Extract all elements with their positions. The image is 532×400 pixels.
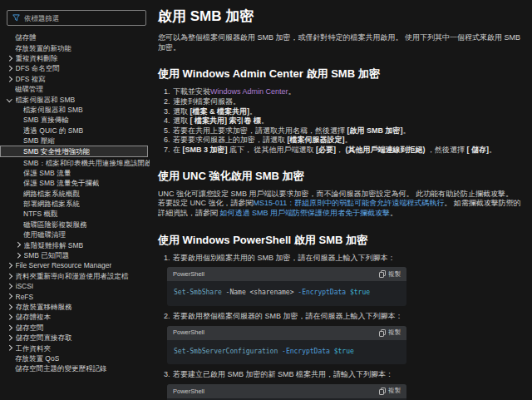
sidebar-item-label: 透過 QUIC 的 SMB bbox=[23, 126, 83, 135]
sidebar-item-label: iSCSI bbox=[16, 282, 34, 290]
sidebar-item[interactable]: 磁碟管理 bbox=[0, 84, 151, 94]
inline-link[interactable]: 如何透過 SMB 用戶端防禦保護使用者免于攔截攻擊 bbox=[220, 209, 391, 217]
sidebar-item[interactable]: iSCSI bbox=[0, 281, 151, 291]
docs-page: 儲存體存放裝置的新功能重複資料刪除DFS 命名空間DFS 複寫磁碟管理檔案伺服器… bbox=[0, 0, 532, 400]
sidebar-item-label: 檔案伺服器和 SMB bbox=[16, 96, 76, 104]
text-segment: 。 bbox=[345, 136, 352, 144]
list-item: 在 [SMB 3 加密] 底下， 從其他用戶端選取 [必要]， (其他用戶端連線… bbox=[172, 146, 522, 155]
powershell-steps: 若要啟用個別檔案共用的 SMB 加密，請在伺服器上輸入下列腳本： PowerSh… bbox=[158, 254, 522, 400]
sidebar-item-label: File Server Resource Manager bbox=[16, 261, 112, 269]
text-segment: 選取 bbox=[173, 116, 190, 125]
sidebar-item-label: 部署網路檔案系統 bbox=[23, 200, 80, 208]
sidebar-item-label: 保護 SMB 流量免于攔截 bbox=[23, 179, 99, 187]
sidebar-item[interactable]: 檔案伺服器和 SMB bbox=[0, 105, 151, 115]
inline-link[interactable]: Windows Admin Center bbox=[210, 87, 288, 96]
sidebar-item[interactable]: ReFS bbox=[0, 291, 151, 301]
sidebar-item[interactable]: 儲存體複本 bbox=[0, 312, 151, 322]
text-segment: 。 bbox=[403, 126, 411, 135]
copy-button[interactable]: 複製 bbox=[379, 328, 401, 337]
sidebar-item[interactable]: 保護 SMB 流量免于攔截 bbox=[0, 178, 151, 188]
sidebar-item-label: SMB：檔案和印表機共用連接埠應該開啟 bbox=[23, 159, 150, 167]
sidebar-item-label: 磁碟管理 bbox=[15, 85, 43, 93]
copy-button[interactable]: 複製 bbox=[379, 270, 401, 279]
code-content: Set-SmbShare -Name <sharename> -EncryptD… bbox=[167, 281, 406, 306]
chevron-right-icon bbox=[15, 242, 20, 247]
sidebar-item[interactable]: 工作資料夾 bbox=[0, 343, 151, 353]
copy-button-label: 複製 bbox=[388, 270, 401, 279]
copy-button-label: 複製 bbox=[388, 387, 401, 395]
code-language-label: PowerShell bbox=[173, 388, 204, 396]
text-segment: [啟用 SMB 加密] bbox=[347, 126, 403, 135]
sidebar-item[interactable]: 儲存空間主題的變更歷程記錄 bbox=[0, 363, 151, 373]
section-heading-powershell: 使用 Windows PowerShell 啟用 SMB 加密 bbox=[158, 233, 522, 248]
sidebar-item-label: NTFS 概觀 bbox=[23, 210, 58, 218]
sidebar-item[interactable]: 部署網路檔案系統 bbox=[0, 199, 151, 209]
sidebar-item[interactable]: 儲存空間直接存取 bbox=[0, 333, 151, 343]
unc-paragraph: UNC 強化可讓您設定 SMB 用戶端以要求加密，而不論伺服器加密設定為何。 此… bbox=[158, 190, 522, 219]
sidebar-item[interactable]: SMB 已知問題 bbox=[0, 250, 151, 260]
sidebar-item-label: 工作資料夾 bbox=[16, 344, 52, 353]
text-segment: [檔案 & 檔案共用] bbox=[190, 107, 250, 116]
inline-link[interactable]: MS15-011：群組原則中的弱點可能會允許遠端程式碼執行 bbox=[254, 199, 445, 207]
sidebar-item[interactable]: SMB：檔案和印表機共用連接埠應該開啟 bbox=[0, 157, 151, 167]
sidebar-item[interactable]: 儲存空間 bbox=[0, 323, 151, 333]
sidebar: 儲存體存放裝置的新功能重複資料刪除DFS 命名空間DFS 複寫磁碟管理檔案伺服器… bbox=[0, 0, 151, 400]
text-segment: 底下， 從其他用戶端選取 bbox=[228, 146, 317, 154]
sidebar-item[interactable]: 進階疑難排解 SMB bbox=[0, 240, 151, 249]
sidebar-item[interactable]: SMB 直接傳輸 bbox=[0, 115, 151, 125]
sidebar-item[interactable]: 儲存體 bbox=[0, 32, 151, 42]
sidebar-item[interactable]: 使用磁碟清理 bbox=[0, 230, 151, 240]
sidebar-item[interactable]: DFS 複寫 bbox=[0, 74, 151, 84]
text-segment: ， bbox=[336, 146, 346, 154]
sidebar-item[interactable]: 存放裝置移轉服務 bbox=[0, 302, 151, 312]
chevron-down-icon bbox=[7, 96, 12, 101]
intro-paragraph: 您可以為整個檔案伺服器啟用 SMB 加密，或僅針對特定的檔案共用啟用。 使用下列… bbox=[158, 33, 522, 52]
sidebar-item-label: 儲存空間主題的變更歷程記錄 bbox=[15, 364, 107, 373]
chevron-right-icon bbox=[7, 263, 12, 268]
sidebar-item-label: 重複資料刪除 bbox=[16, 54, 58, 62]
sidebar-item-label: SMB 安全性增強功能 bbox=[23, 147, 90, 156]
toc-tree: 儲存體存放裝置的新功能重複資料刪除DFS 命名空間DFS 複寫磁碟管理檔案伺服器… bbox=[0, 32, 151, 374]
sidebar-item[interactable]: 存放裝置的新功能 bbox=[0, 42, 151, 52]
text-segment: 。 bbox=[249, 107, 257, 116]
copy-button[interactable]: 複製 bbox=[379, 387, 401, 395]
sidebar-item[interactable]: 磁碟區陰影複製服務 bbox=[0, 220, 151, 230]
sidebar-item[interactable]: DFS 命名空間 bbox=[0, 63, 151, 73]
code-language-label: PowerShell bbox=[173, 328, 204, 337]
text-segment: [檔案伺服器設定] bbox=[288, 136, 345, 144]
text-segment: 選取 bbox=[173, 107, 190, 116]
text-segment: -Name <sharename> bbox=[222, 289, 298, 296]
sidebar-item-label: 存放裝置的新功能 bbox=[15, 44, 71, 52]
sidebar-item-label: 使用磁碟清理 bbox=[23, 230, 66, 239]
sidebar-item-label: 儲存體 bbox=[15, 33, 37, 42]
toc-filter[interactable] bbox=[7, 10, 146, 26]
sidebar-item-label: DFS 命名空間 bbox=[16, 64, 60, 72]
code-block: PowerShell 複製 Set-SmbServerConfiguration… bbox=[167, 326, 406, 365]
sidebar-item[interactable]: 重複資料刪除 bbox=[0, 53, 151, 63]
text-segment: 若要要求伺服器上的加密，請選取 bbox=[173, 136, 288, 144]
chevron-right-icon bbox=[7, 66, 12, 71]
toc-filter-input[interactable] bbox=[24, 14, 140, 22]
page-title: 啟用 SMB 加密 bbox=[158, 7, 522, 26]
chevron-right-icon bbox=[7, 304, 12, 309]
sidebar-item[interactable]: 網路檔案系統概觀 bbox=[0, 188, 151, 198]
text-segment: 。 bbox=[288, 87, 296, 96]
sidebar-item[interactable]: File Server Resource Manager bbox=[0, 260, 151, 270]
sidebar-item[interactable]: 資料夾重新導向和漫遊使用者設定檔 bbox=[0, 271, 151, 281]
sidebar-item-label: SMB 壓縮 bbox=[23, 136, 55, 145]
text-segment: [ 檔案共用] 索引卷 標 bbox=[190, 116, 262, 125]
code-language-label: PowerShell bbox=[173, 270, 204, 279]
sidebar-item[interactable]: SMB 安全性增強功能 bbox=[0, 146, 148, 157]
sidebar-item[interactable]: SMB 壓縮 bbox=[0, 136, 151, 146]
sidebar-item[interactable]: 保護 SMB 流量 bbox=[0, 168, 151, 178]
step-text: 若要啟用整個檔案伺服器的 SMB 加密，請在伺服器上輸入下列腳本： bbox=[173, 312, 403, 320]
step-text: 若要啟用個別檔案共用的 SMB 加密，請在伺服器上輸入下列腳本： bbox=[173, 254, 396, 262]
text-segment: 。 bbox=[489, 146, 496, 154]
sidebar-item-label: 存放裝置移轉服務 bbox=[16, 303, 72, 311]
sidebar-item[interactable]: 透過 QUIC 的 SMB bbox=[0, 126, 151, 136]
section-heading-unc: 使用 UNC 強化啟用 SMB 加密 bbox=[158, 169, 522, 184]
sidebar-item[interactable]: NTFS 概觀 bbox=[0, 209, 151, 219]
sidebar-item[interactable]: 檔案伺服器和 SMB bbox=[0, 94, 151, 104]
sidebar-item[interactable]: 存放裝置 QoS bbox=[0, 353, 151, 363]
section-heading-wac: 使用 Windows Admin Center 啟用 SMB 加密 bbox=[158, 67, 522, 81]
